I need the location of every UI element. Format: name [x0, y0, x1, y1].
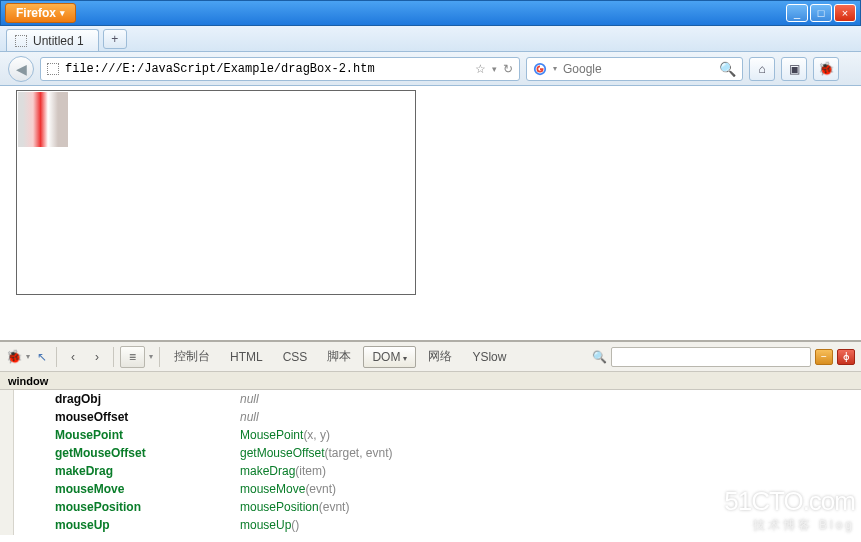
tab-yslow[interactable]: YSlow — [464, 347, 514, 367]
tab-title: Untitled 1 — [33, 34, 84, 48]
firebug-minimize-button[interactable]: − — [815, 349, 833, 365]
search-dropdown-icon[interactable]: ▾ — [553, 64, 557, 73]
list-view-button[interactable]: ≡ — [120, 346, 145, 368]
dom-key: mousePosition — [0, 498, 230, 516]
draggable-image[interactable] — [18, 92, 68, 147]
dom-value: null — [230, 408, 861, 426]
firebug-search-input[interactable] — [611, 347, 811, 367]
dom-row[interactable]: MousePointMousePoint(x, y) — [0, 426, 861, 444]
view-dropdown[interactable]: ▾ — [149, 352, 153, 361]
firebug-logo-icon[interactable] — [6, 349, 22, 365]
search-input[interactable] — [563, 62, 713, 76]
firebug-toolbar-button[interactable] — [813, 57, 839, 81]
firebug-search-icon: 🔍 — [592, 350, 607, 364]
history-fwd-button[interactable]: › — [87, 347, 107, 367]
tab-console[interactable]: 控制台 — [166, 345, 218, 368]
watermark-sub: 技术博客 Blog — [724, 517, 855, 534]
tab-dom[interactable]: DOM — [363, 346, 416, 368]
window-minimize-button[interactable]: _ — [786, 4, 808, 22]
home-icon: ⌂ — [754, 61, 770, 77]
watermark: 51CTO.com 技术博客 Blog — [724, 486, 855, 534]
watermark-main: 51CTO.com — [724, 486, 855, 516]
separator — [159, 347, 160, 367]
dom-value: MousePoint(x, y) — [230, 426, 861, 444]
dom-row[interactable]: dragObjnull — [0, 390, 861, 408]
dom-key: MousePoint — [0, 426, 230, 444]
app-name: Firefox — [16, 6, 56, 20]
url-dropdown-icon[interactable]: ▾ — [492, 64, 497, 74]
dom-row[interactable]: mouseOffsetnull — [0, 408, 861, 426]
firefox-menu-button[interactable]: Firefox — [5, 3, 76, 23]
inspect-icon[interactable]: ↖ — [34, 349, 50, 365]
tab-html[interactable]: HTML — [222, 347, 271, 367]
tab-css[interactable]: CSS — [275, 347, 316, 367]
url-tools: ☆ ▾ ↻ — [475, 62, 513, 76]
history-back-button[interactable]: ‹ — [63, 347, 83, 367]
url-text: file:///E:/JavaScript/Example/dragBox-2.… — [65, 62, 375, 76]
reload-icon[interactable]: ↻ — [503, 62, 513, 76]
search-go-icon[interactable]: 🔍 — [719, 61, 736, 77]
dom-value: null — [230, 390, 861, 408]
dom-row[interactable]: getMouseOffsetgetMouseOffset(target, evn… — [0, 444, 861, 462]
dom-key: mouseUp — [0, 516, 230, 534]
tab-strip: Untitled 1 + — [0, 26, 861, 52]
bug-icon — [818, 61, 834, 77]
feed-button[interactable]: ▣ — [781, 57, 807, 81]
row-gutter — [0, 390, 14, 535]
firebug-menu-dropdown[interactable]: ▾ — [26, 352, 30, 361]
new-tab-button[interactable]: + — [103, 29, 127, 49]
firebug-dom-path[interactable]: window — [0, 372, 861, 390]
dom-value: getMouseOffset(target, evnt) — [230, 444, 861, 462]
dom-key: mouseMove — [0, 480, 230, 498]
page-content — [0, 86, 861, 340]
tab-script[interactable]: 脚本 — [319, 345, 359, 368]
window-close-button[interactable]: × — [834, 4, 856, 22]
home-button[interactable]: ⌂ — [749, 57, 775, 81]
window-controls: _ □ × — [786, 4, 856, 22]
site-identity-icon — [47, 63, 59, 75]
separator — [56, 347, 57, 367]
dom-key: dragObj — [0, 390, 230, 408]
dom-key: mouseOffset — [0, 408, 230, 426]
firebug-toolbar: ▾ ↖ ‹ › ≡ ▾ 控制台 HTML CSS 脚本 DOM 网络 YSlow… — [0, 342, 861, 372]
search-bar[interactable]: ▾ 🔍 — [526, 57, 743, 81]
separator — [113, 347, 114, 367]
dom-value: makeDrag(item) — [230, 462, 861, 480]
bookmark-star-icon[interactable]: ☆ — [475, 62, 486, 76]
feed-icon: ▣ — [786, 61, 802, 77]
window-maximize-button[interactable]: □ — [810, 4, 832, 22]
window-titlebar: Firefox _ □ × — [0, 0, 861, 26]
dom-row[interactable]: makeDragmakeDrag(item) — [0, 462, 861, 480]
tab-net[interactable]: 网络 — [420, 345, 460, 368]
browser-tab[interactable]: Untitled 1 — [6, 29, 99, 51]
page-icon — [15, 35, 27, 47]
url-bar[interactable]: file:///E:/JavaScript/Example/dragBox-2.… — [40, 57, 520, 81]
dom-key: makeDrag — [0, 462, 230, 480]
navigation-toolbar: ◀ file:///E:/JavaScript/Example/dragBox-… — [0, 52, 861, 86]
back-button[interactable]: ◀ — [8, 56, 34, 82]
drag-container — [16, 90, 416, 295]
dom-key: getMouseOffset — [0, 444, 230, 462]
firebug-close-button[interactable]: ϕ — [837, 349, 855, 365]
search-engine-icon[interactable] — [533, 62, 547, 76]
